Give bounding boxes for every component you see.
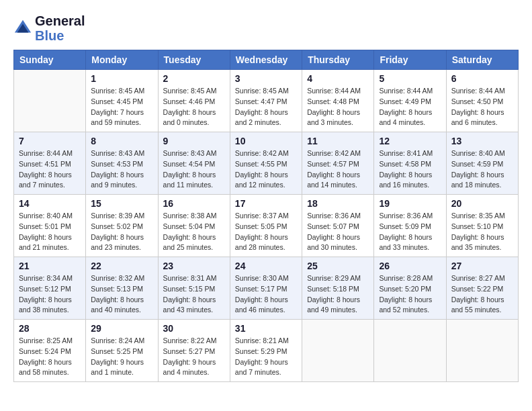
calendar-cell: 24Sunrise: 8:30 AM Sunset: 5:17 PM Dayli… [230, 257, 302, 320]
day-info: Sunrise: 8:31 AM Sunset: 5:15 PM Dayligh… [163, 273, 225, 316]
day-info: Sunrise: 8:42 AM Sunset: 4:57 PM Dayligh… [307, 148, 369, 191]
day-number: 18 [307, 198, 369, 209]
day-number: 3 [235, 73, 297, 84]
day-info: Sunrise: 8:44 AM Sunset: 4:49 PM Dayligh… [379, 86, 441, 128]
calendar-cell [446, 320, 518, 382]
calendar-cell: 22Sunrise: 8:32 AM Sunset: 5:13 PM Dayli… [86, 257, 158, 320]
day-info: Sunrise: 8:44 AM Sunset: 4:51 PM Dayligh… [19, 148, 81, 191]
day-info: Sunrise: 8:35 AM Sunset: 5:10 PM Dayligh… [451, 211, 513, 253]
calendar-cell: 3Sunrise: 8:45 AM Sunset: 4:47 PM Daylig… [230, 70, 302, 132]
calendar-cell: 15Sunrise: 8:39 AM Sunset: 5:02 PM Dayli… [86, 195, 158, 257]
weekday-header-thursday: Thursday [302, 50, 374, 70]
day-info: Sunrise: 8:41 AM Sunset: 4:58 PM Dayligh… [379, 148, 441, 191]
day-info: Sunrise: 8:42 AM Sunset: 4:55 PM Dayligh… [235, 148, 297, 191]
day-info: Sunrise: 8:40 AM Sunset: 5:01 PM Dayligh… [19, 211, 81, 253]
calendar-cell: 10Sunrise: 8:42 AM Sunset: 4:55 PM Dayli… [230, 132, 302, 195]
weekday-header-friday: Friday [374, 50, 446, 70]
calendar-cell [374, 320, 446, 382]
calendar-cell: 8Sunrise: 8:43 AM Sunset: 4:53 PM Daylig… [86, 132, 158, 195]
page-header: General Blue [13, 13, 519, 43]
calendar-cell [302, 320, 374, 382]
day-number: 22 [91, 261, 152, 271]
day-number: 20 [451, 198, 513, 209]
day-number: 23 [163, 261, 225, 271]
day-info: Sunrise: 8:39 AM Sunset: 5:02 PM Dayligh… [91, 211, 152, 253]
day-number: 10 [235, 136, 297, 146]
weekday-header-sunday: Sunday [14, 50, 86, 70]
calendar-cell: 20Sunrise: 8:35 AM Sunset: 5:10 PM Dayli… [446, 195, 518, 257]
day-info: Sunrise: 8:38 AM Sunset: 5:04 PM Dayligh… [163, 211, 225, 253]
calendar-cell: 26Sunrise: 8:28 AM Sunset: 5:20 PM Dayli… [374, 257, 446, 320]
day-info: Sunrise: 8:22 AM Sunset: 5:27 PM Dayligh… [163, 336, 225, 378]
logo-text: General Blue [35, 13, 85, 43]
calendar-week-row: 28Sunrise: 8:25 AM Sunset: 5:24 PM Dayli… [14, 320, 519, 382]
calendar-cell: 6Sunrise: 8:44 AM Sunset: 4:50 PM Daylig… [446, 70, 518, 132]
calendar-cell: 29Sunrise: 8:24 AM Sunset: 5:25 PM Dayli… [86, 320, 158, 382]
day-info: Sunrise: 8:37 AM Sunset: 5:05 PM Dayligh… [235, 211, 297, 253]
day-number: 2 [163, 73, 225, 84]
day-info: Sunrise: 8:36 AM Sunset: 5:09 PM Dayligh… [379, 211, 441, 253]
day-info: Sunrise: 8:45 AM Sunset: 4:47 PM Dayligh… [235, 86, 297, 128]
calendar-cell: 18Sunrise: 8:36 AM Sunset: 5:07 PM Dayli… [302, 195, 374, 257]
calendar-cell: 2Sunrise: 8:45 AM Sunset: 4:46 PM Daylig… [158, 70, 230, 132]
day-number: 1 [91, 73, 152, 84]
day-number: 16 [163, 198, 225, 209]
day-number: 4 [307, 73, 369, 84]
day-number: 29 [91, 323, 152, 334]
weekday-header-monday: Monday [86, 50, 158, 70]
day-info: Sunrise: 8:21 AM Sunset: 5:29 PM Dayligh… [235, 336, 297, 378]
calendar-cell: 11Sunrise: 8:42 AM Sunset: 4:57 PM Dayli… [302, 132, 374, 195]
calendar-cell: 27Sunrise: 8:27 AM Sunset: 5:22 PM Dayli… [446, 257, 518, 320]
calendar-week-row: 7Sunrise: 8:44 AM Sunset: 4:51 PM Daylig… [14, 132, 519, 195]
weekday-header-row: SundayMondayTuesdayWednesdayThursdayFrid… [14, 50, 519, 70]
day-number: 13 [451, 136, 513, 146]
calendar-cell: 17Sunrise: 8:37 AM Sunset: 5:05 PM Dayli… [230, 195, 302, 257]
day-number: 7 [19, 136, 81, 146]
day-info: Sunrise: 8:44 AM Sunset: 4:48 PM Dayligh… [307, 86, 369, 128]
calendar-cell: 12Sunrise: 8:41 AM Sunset: 4:58 PM Dayli… [374, 132, 446, 195]
day-info: Sunrise: 8:43 AM Sunset: 4:53 PM Dayligh… [91, 148, 152, 191]
calendar-cell: 25Sunrise: 8:29 AM Sunset: 5:18 PM Dayli… [302, 257, 374, 320]
weekday-header-saturday: Saturday [446, 50, 518, 70]
calendar-cell: 5Sunrise: 8:44 AM Sunset: 4:49 PM Daylig… [374, 70, 446, 132]
day-info: Sunrise: 8:43 AM Sunset: 4:54 PM Dayligh… [163, 148, 225, 191]
calendar-cell: 31Sunrise: 8:21 AM Sunset: 5:29 PM Dayli… [230, 320, 302, 382]
calendar-cell: 19Sunrise: 8:36 AM Sunset: 5:09 PM Dayli… [374, 195, 446, 257]
calendar-cell: 13Sunrise: 8:40 AM Sunset: 4:59 PM Dayli… [446, 132, 518, 195]
day-info: Sunrise: 8:45 AM Sunset: 4:46 PM Dayligh… [163, 86, 225, 128]
day-info: Sunrise: 8:28 AM Sunset: 5:20 PM Dayligh… [379, 273, 441, 316]
day-number: 8 [91, 136, 152, 146]
day-info: Sunrise: 8:45 AM Sunset: 4:45 PM Dayligh… [91, 86, 152, 128]
weekday-header-tuesday: Tuesday [158, 50, 230, 70]
day-number: 12 [379, 136, 441, 146]
logo: General Blue [13, 13, 85, 43]
day-info: Sunrise: 8:25 AM Sunset: 5:24 PM Dayligh… [19, 336, 81, 378]
calendar-cell: 16Sunrise: 8:38 AM Sunset: 5:04 PM Dayli… [158, 195, 230, 257]
day-number: 9 [163, 136, 225, 146]
calendar-cell: 14Sunrise: 8:40 AM Sunset: 5:01 PM Dayli… [14, 195, 86, 257]
calendar-cell: 23Sunrise: 8:31 AM Sunset: 5:15 PM Dayli… [158, 257, 230, 320]
day-number: 25 [307, 261, 369, 271]
day-number: 5 [379, 73, 441, 84]
day-number: 27 [451, 261, 513, 271]
day-number: 24 [235, 261, 297, 271]
day-number: 31 [235, 323, 297, 334]
day-info: Sunrise: 8:34 AM Sunset: 5:12 PM Dayligh… [19, 273, 81, 316]
day-info: Sunrise: 8:27 AM Sunset: 5:22 PM Dayligh… [451, 273, 513, 316]
day-number: 11 [307, 136, 369, 146]
day-number: 28 [19, 323, 81, 334]
day-info: Sunrise: 8:24 AM Sunset: 5:25 PM Dayligh… [91, 336, 152, 378]
day-number: 17 [235, 198, 297, 209]
day-info: Sunrise: 8:30 AM Sunset: 5:17 PM Dayligh… [235, 273, 297, 316]
day-number: 21 [19, 261, 81, 271]
day-info: Sunrise: 8:29 AM Sunset: 5:18 PM Dayligh… [307, 273, 369, 316]
calendar-week-row: 14Sunrise: 8:40 AM Sunset: 5:01 PM Dayli… [14, 195, 519, 257]
calendar-cell: 7Sunrise: 8:44 AM Sunset: 4:51 PM Daylig… [14, 132, 86, 195]
day-info: Sunrise: 8:44 AM Sunset: 4:50 PM Dayligh… [451, 86, 513, 128]
calendar-cell [14, 70, 86, 132]
day-info: Sunrise: 8:40 AM Sunset: 4:59 PM Dayligh… [451, 148, 513, 191]
calendar-cell: 9Sunrise: 8:43 AM Sunset: 4:54 PM Daylig… [158, 132, 230, 195]
calendar-cell: 4Sunrise: 8:44 AM Sunset: 4:48 PM Daylig… [302, 70, 374, 132]
day-number: 26 [379, 261, 441, 271]
day-number: 19 [379, 198, 441, 209]
